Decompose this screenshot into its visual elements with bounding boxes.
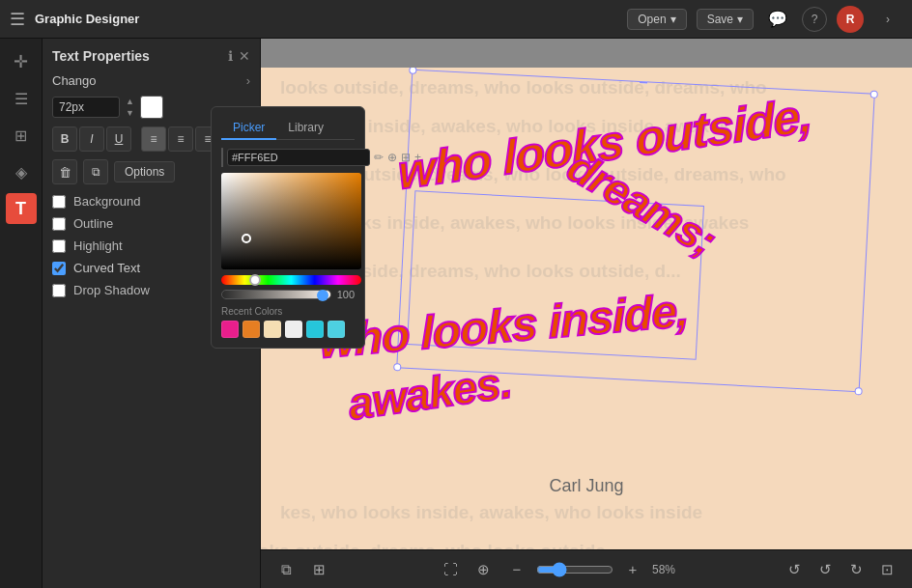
move-tool-button[interactable]: ✛ bbox=[6, 46, 37, 77]
hue-thumb bbox=[249, 274, 261, 286]
recent-color-1[interactable] bbox=[242, 321, 260, 338]
redo-button[interactable]: ↻ bbox=[842, 556, 869, 583]
opacity-row: 100 bbox=[221, 289, 355, 300]
link-icon[interactable]: ⊕ bbox=[387, 151, 397, 164]
save-button[interactable]: Save ▾ bbox=[697, 9, 754, 30]
bg-text-6: kes, who looks inside, awakes, who looks… bbox=[280, 502, 702, 523]
canvas-bottom-toolbar: ⧉ ⊞ ⛶ ⊕ − + 58% ↺ ↺ ↻ ⊡ bbox=[261, 549, 912, 588]
highlight-checkbox[interactable] bbox=[52, 239, 66, 253]
hue-slider[interactable] bbox=[221, 275, 361, 285]
align-center-button[interactable]: ≡ bbox=[168, 126, 193, 152]
bg-text-1: looks outside, dreams, who looks outside… bbox=[280, 77, 767, 98]
zoom-out-button[interactable]: − bbox=[503, 556, 530, 583]
drop-shadow-checkbox[interactable] bbox=[52, 284, 66, 297]
bold-button[interactable]: B bbox=[52, 126, 77, 152]
recent-colors bbox=[221, 321, 355, 338]
help-button[interactable]: ? bbox=[802, 7, 827, 32]
curved-text-label: Curved Text bbox=[73, 261, 140, 275]
save-label: Save bbox=[707, 13, 733, 26]
opacity-thumb bbox=[317, 290, 328, 301]
grid-view-icon[interactable]: ⊞ bbox=[401, 151, 411, 164]
app-title: Graphic Designer bbox=[35, 12, 139, 26]
text-tool-button[interactable]: T bbox=[6, 193, 37, 224]
background-checkbox[interactable] bbox=[52, 195, 66, 209]
size-down-icon[interactable]: ▼ bbox=[126, 108, 134, 118]
expand-icon[interactable]: › bbox=[873, 5, 902, 34]
author-text: Carl Jung bbox=[549, 476, 623, 496]
iconbar: ✛ ☰ ⊞ ◈ T bbox=[0, 39, 43, 588]
color-picker-popup: Picker Library ✏ ⊕ ⊞ + 100 Recent Colors bbox=[211, 106, 365, 349]
topbar: ☰ Graphic Designer Open ▾ Save ▾ 💬 ? R › bbox=[0, 0, 912, 39]
recent-colors-label: Recent Colors bbox=[221, 306, 355, 317]
picker-color-swatch[interactable] bbox=[221, 148, 223, 167]
open-label: Open bbox=[638, 13, 666, 26]
hex-input[interactable] bbox=[227, 149, 370, 166]
layers-tool-button[interactable]: ☰ bbox=[6, 83, 37, 114]
color-swatch[interactable] bbox=[140, 96, 163, 119]
opacity-slider[interactable] bbox=[221, 290, 331, 299]
delete-button[interactable]: 🗑 bbox=[52, 159, 77, 184]
tab-picker[interactable]: Picker bbox=[221, 117, 276, 140]
options-row: Options bbox=[114, 161, 175, 182]
open-chevron-icon: ▾ bbox=[670, 13, 676, 26]
ct-center: ⛶ ⊕ − + 58% bbox=[438, 556, 675, 583]
background-label: Background bbox=[73, 194, 140, 209]
bg-text-7: looks outside, dreams, who looks outside bbox=[261, 541, 606, 549]
panel-title: Text Properties bbox=[52, 48, 150, 64]
main-layout: ✛ ☰ ⊞ ◈ T Text Properties ℹ ✕ Chango › ▲… bbox=[0, 39, 912, 588]
add-color-icon[interactable]: + bbox=[414, 151, 421, 164]
grid-tool-button[interactable]: ⊞ bbox=[6, 120, 37, 151]
outline-label: Outline bbox=[73, 216, 113, 231]
font-name: Chango bbox=[52, 73, 97, 88]
font-size-input[interactable] bbox=[52, 97, 120, 118]
gradient-picker[interactable] bbox=[221, 173, 361, 269]
underline-button[interactable]: U bbox=[106, 126, 131, 152]
panel-header: Text Properties ℹ ✕ bbox=[52, 48, 250, 64]
highlight-label: Highlight bbox=[73, 238, 123, 253]
drop-shadow-label: Drop Shadow bbox=[73, 283, 150, 297]
arrange-button[interactable]: ⊕ bbox=[470, 556, 498, 583]
more-options-button[interactable]: ⊡ bbox=[873, 556, 900, 583]
recent-color-2[interactable] bbox=[264, 321, 281, 338]
zoom-in-button[interactable]: + bbox=[619, 556, 646, 583]
tab-library[interactable]: Library bbox=[276, 117, 335, 140]
grid-view-button[interactable]: ⊞ bbox=[305, 556, 332, 583]
save-chevron-icon: ▾ bbox=[737, 13, 743, 26]
ct-left: ⧉ ⊞ bbox=[272, 556, 332, 583]
font-arrow-icon[interactable]: › bbox=[246, 73, 250, 88]
picker-tabs: Picker Library bbox=[221, 117, 355, 140]
italic-button[interactable]: I bbox=[79, 126, 104, 152]
recent-color-4[interactable] bbox=[306, 321, 324, 338]
recent-color-0[interactable] bbox=[221, 321, 239, 338]
recent-color-5[interactable] bbox=[328, 321, 345, 338]
hamburger-icon[interactable]: ☰ bbox=[10, 9, 25, 30]
outline-checkbox[interactable] bbox=[52, 217, 66, 231]
undo-button[interactable]: ↺ bbox=[812, 556, 839, 583]
zoom-value: 58% bbox=[652, 563, 675, 576]
panel-header-icons: ℹ ✕ bbox=[228, 48, 250, 64]
info-icon[interactable]: ℹ bbox=[228, 48, 233, 64]
close-icon[interactable]: ✕ bbox=[239, 48, 250, 64]
gradient-cursor bbox=[242, 234, 251, 243]
fit-screen-button[interactable]: ⛶ bbox=[438, 556, 465, 583]
align-left-button[interactable]: ≡ bbox=[141, 126, 166, 152]
curved-text-checkbox[interactable] bbox=[52, 262, 66, 275]
avatar-label: R bbox=[846, 13, 855, 26]
size-up-icon[interactable]: ▲ bbox=[126, 97, 134, 106]
options-button[interactable]: Options bbox=[114, 161, 175, 182]
recent-color-3[interactable] bbox=[285, 321, 302, 338]
history-button[interactable]: ↺ bbox=[781, 556, 808, 583]
duplicate-button[interactable]: ⧉ bbox=[83, 159, 108, 184]
font-selector-row: Chango › bbox=[52, 73, 250, 88]
eye-dropper-icon[interactable]: ✏ bbox=[374, 151, 384, 164]
ct-right: ↺ ↺ ↻ ⊡ bbox=[781, 556, 900, 583]
layers-view-button[interactable]: ⧉ bbox=[272, 556, 299, 583]
opacity-value: 100 bbox=[337, 289, 355, 300]
zoom-slider[interactable] bbox=[536, 562, 613, 577]
shapes-tool-button[interactable]: ◈ bbox=[6, 156, 37, 187]
avatar[interactable]: R bbox=[837, 6, 864, 33]
chat-button[interactable]: 💬 bbox=[763, 5, 792, 34]
picker-top-row: ✏ ⊕ ⊞ + bbox=[221, 148, 355, 167]
open-button[interactable]: Open ▾ bbox=[627, 9, 686, 30]
